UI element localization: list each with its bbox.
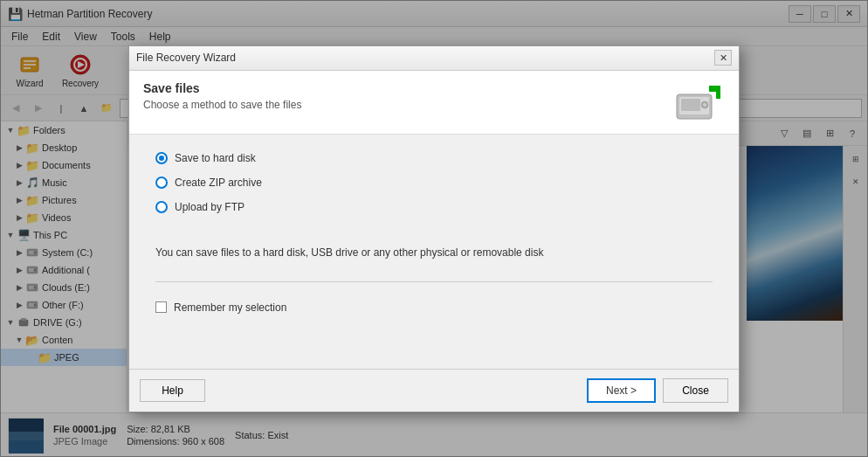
remember-label: Remember my selection [174, 301, 286, 314]
radio-save-hdd[interactable]: Save to hard disk [155, 152, 713, 164]
remember-checkbox[interactable] [155, 301, 167, 313]
radio-zip-btn[interactable] [155, 177, 168, 189]
divider [155, 281, 713, 282]
dialog-header-subtitle: Choose a method to save the files [143, 99, 672, 111]
next-button[interactable]: Next > [587, 378, 656, 403]
dialog-close-button[interactable]: ✕ [714, 50, 732, 66]
dialog-header-texts: Save files Choose a method to save the f… [143, 81, 672, 111]
dialog-header: Save files Choose a method to save the f… [129, 71, 739, 135]
app-window: 💾 Hetman Partition Recovery ─ □ ✕ File E… [0, 0, 868, 457]
dialog-close-btn[interactable]: Close [663, 378, 728, 403]
dialog: File Recovery Wizard ✕ Save files Choose… [128, 45, 740, 412]
save-files-icon [672, 81, 725, 125]
dialog-body: Save to hard disk Create ZIP archive Upl… [129, 135, 739, 369]
footer-left: Help [140, 379, 205, 402]
dialog-header-title: Save files [143, 81, 672, 95]
svg-point-28 [703, 103, 706, 107]
radio-create-zip[interactable]: Create ZIP archive [155, 177, 713, 189]
svg-rect-26 [681, 99, 700, 111]
footer-right: Next > Close [587, 378, 728, 403]
info-text: You can save files to a hard disk, USB d… [155, 246, 713, 259]
help-button[interactable]: Help [140, 379, 205, 402]
radio-hdd-label: Save to hard disk [175, 152, 256, 164]
radio-ftp-label: Upload by FTP [175, 201, 245, 213]
radio-ftp-btn[interactable] [155, 201, 168, 213]
info-section: You can save files to a hard disk, USB d… [155, 239, 713, 266]
radio-hdd-btn[interactable] [155, 152, 168, 164]
modal-overlay: File Recovery Wizard ✕ Save files Choose… [0, 0, 868, 457]
remember-selection-row[interactable]: Remember my selection [155, 301, 713, 314]
radio-upload-ftp[interactable]: Upload by FTP [155, 201, 713, 213]
dialog-title: File Recovery Wizard [136, 52, 714, 64]
dialog-footer: Help Next > Close [129, 369, 739, 412]
dialog-title-bar: File Recovery Wizard ✕ [129, 46, 739, 71]
radio-zip-label: Create ZIP archive [175, 177, 262, 189]
